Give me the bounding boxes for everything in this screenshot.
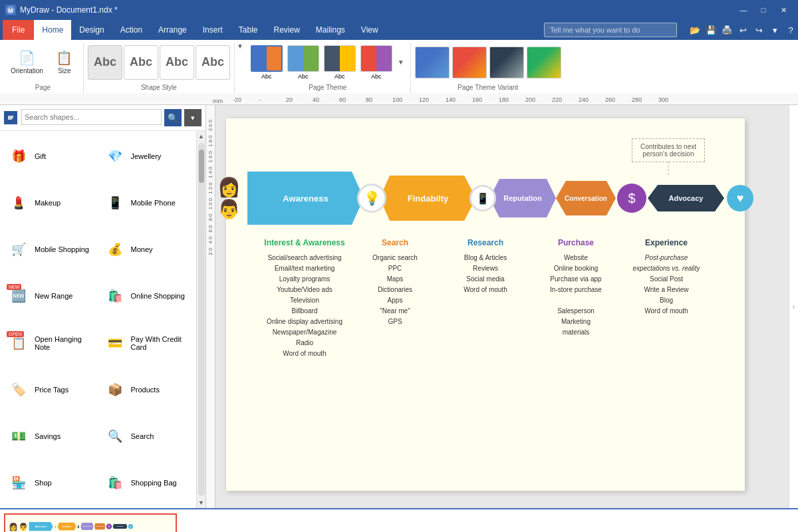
shape-icon-makeup: 💄 bbox=[8, 192, 29, 213]
ribbon-group-page: 📄 Orientation 📋 Size Page bbox=[3, 43, 84, 93]
shape-item-shopping-bag[interactable]: 🛍️ Shopping Bag bbox=[99, 460, 194, 505]
sidebar-search-area: 🔍 ▾ bbox=[0, 105, 205, 131]
shape-item-online-shopping[interactable]: 🛍️ Online Shopping bbox=[99, 273, 194, 319]
funnel-shapes: Awareness 💡 Findabilty 📱 Reputation bbox=[247, 172, 753, 225]
shape-item-shop[interactable]: 🏪 Shop bbox=[3, 460, 98, 505]
sidebar-search-button[interactable]: 🔍 bbox=[164, 109, 182, 126]
shape-label-mobile-shopping: Mobile Shopping bbox=[35, 245, 89, 253]
tab-arrange[interactable]: Arrange bbox=[150, 20, 195, 40]
shape-label-money: Money bbox=[131, 245, 153, 253]
shape-item-savings[interactable]: 💵 Savings bbox=[3, 414, 98, 459]
canvas: Contributes to next person's decision 👩 … bbox=[226, 118, 745, 491]
qat-redo-btn[interactable]: ↪ bbox=[751, 23, 766, 37]
ribbon-page-buttons: 📄 Orientation 📋 Size bbox=[7, 43, 79, 82]
scroll-thumb[interactable] bbox=[199, 150, 204, 183]
research-items: Blog & ArticlesReviewsSocial mediaWord o… bbox=[464, 253, 507, 295]
minimize-button[interactable]: — bbox=[734, 3, 753, 17]
shape-label-makeup: Makeup bbox=[35, 199, 61, 207]
shape-label-pay-with-credit-card: Pay With Credit Card bbox=[131, 335, 189, 351]
tab-view[interactable]: View bbox=[353, 20, 386, 40]
theme-button-1[interactable]: Abc bbox=[249, 44, 284, 81]
ribbon-expand-arrow[interactable]: ▼ bbox=[235, 43, 245, 93]
theme-button-2[interactable]: Abc bbox=[286, 44, 321, 81]
customer-icon-female: 👩 bbox=[217, 176, 241, 198]
sidebar-search-input[interactable] bbox=[21, 109, 162, 125]
sidebar-filter-button[interactable]: ▾ bbox=[184, 109, 201, 126]
shape-icon-search: 🔍 bbox=[104, 426, 126, 447]
purchase-title: Purchase bbox=[558, 238, 594, 247]
horizontal-ruler: mm -20 - 20 40 60 80 100 120 140 160 180… bbox=[0, 93, 798, 105]
shape-item-money[interactable]: 💰 Money bbox=[99, 227, 194, 272]
qat-print-btn[interactable]: 🖨️ bbox=[720, 23, 734, 37]
variant-4[interactable] bbox=[527, 47, 561, 78]
scroll-down-arrow[interactable]: ▼ bbox=[196, 497, 205, 508]
size-button[interactable]: 📋 Size bbox=[50, 47, 79, 77]
shape-style-buttons: Abc Abc Abc Abc bbox=[88, 43, 230, 82]
ruler-marks: -20 - 20 40 60 80 100 120 140 160 180 20… bbox=[233, 96, 685, 104]
ribbon-search-input[interactable] bbox=[544, 23, 677, 37]
qat-folder-btn[interactable]: 📂 bbox=[688, 23, 702, 37]
shape-icon-jewellery: 💎 bbox=[104, 146, 126, 167]
shape-item-gift[interactable]: 🎁 Gift bbox=[3, 134, 98, 179]
thumbnail-panel: 👩 👨 Awareness 💡 Findabilty 📱 Reputation … bbox=[0, 508, 798, 532]
experience-title: Experience bbox=[645, 238, 688, 247]
shape-item-jewellery[interactable]: 💎 Jewellery bbox=[99, 134, 194, 179]
theme-button-3[interactable]: Abc bbox=[323, 44, 357, 81]
qat-expand-btn[interactable]: ▾ bbox=[767, 23, 782, 37]
shape-style-2[interactable]: Abc bbox=[124, 45, 158, 80]
theme-button-4[interactable]: Abc bbox=[359, 44, 394, 81]
orientation-icon: 📄 bbox=[19, 50, 35, 66]
page-theme-buttons: Abc Abc Abc bbox=[249, 43, 406, 82]
tab-review[interactable]: Review bbox=[265, 20, 307, 40]
shape-icon-shop: 🏪 bbox=[8, 472, 29, 493]
shape-style-1[interactable]: Abc bbox=[88, 45, 122, 80]
svg-text:M: M bbox=[8, 7, 13, 14]
right-panel-toggle[interactable]: › bbox=[789, 105, 798, 508]
shape-item-products[interactable]: 📦 Products bbox=[99, 367, 194, 412]
shape-label-savings: Savings bbox=[35, 432, 61, 440]
theme-variant-buttons bbox=[415, 43, 561, 82]
shape-item-search[interactable]: 🔍 Search bbox=[99, 414, 194, 459]
maximize-button[interactable]: □ bbox=[754, 3, 773, 17]
qat-help-btn[interactable]: ? bbox=[783, 23, 798, 37]
variant-3[interactable] bbox=[489, 47, 524, 78]
window-title-area: M MyDraw - Document1.ndx * bbox=[5, 5, 118, 15]
close-button[interactable]: ✕ bbox=[774, 3, 793, 17]
shape-item-mobile-phone[interactable]: 📱 Mobile Phone bbox=[99, 180, 194, 225]
shape-item-mobile-shopping[interactable]: 🛒 Mobile Shopping bbox=[3, 227, 98, 272]
shape-style-3[interactable]: Abc bbox=[160, 45, 194, 80]
shape-item-open-hanging-note[interactable]: OPEN 📋 Open Hanging Note bbox=[3, 321, 98, 366]
theme-expand[interactable]: ▼ bbox=[396, 59, 406, 66]
variant-1[interactable] bbox=[415, 47, 450, 78]
customer-icons: 👩 👨 bbox=[217, 176, 241, 220]
segment-reputation-label: Reputation bbox=[503, 194, 541, 202]
segment-reputation: Reputation bbox=[489, 179, 556, 217]
tab-design[interactable]: Design bbox=[71, 20, 112, 40]
shape-item-makeup[interactable]: 💄 Makeup bbox=[3, 180, 98, 225]
tab-mailings[interactable]: Mailings bbox=[308, 20, 353, 40]
tab-insert[interactable]: Insert bbox=[195, 20, 231, 40]
qat-undo-btn[interactable]: ↩ bbox=[735, 23, 750, 37]
shape-item-price-tags[interactable]: 🏷️ Price Tags bbox=[3, 367, 98, 412]
tab-home[interactable]: Home bbox=[34, 20, 71, 40]
lightbulb-icon: 💡 bbox=[357, 184, 386, 213]
qat-save-btn[interactable]: 💾 bbox=[704, 23, 718, 37]
page-thumbnail[interactable]: 👩 👨 Awareness 💡 Findabilty 📱 Reputation … bbox=[4, 513, 177, 532]
shape-style-4[interactable]: Abc bbox=[196, 45, 230, 80]
theme-swatch-3 bbox=[324, 45, 356, 72]
shape-icon-mobile-shopping: 🛒 bbox=[8, 239, 29, 260]
shape-item-new-range[interactable]: NEW 🆕 New Range bbox=[3, 273, 98, 319]
thumbnail-content: 👩 👨 Awareness 💡 Findabilty 📱 Reputation … bbox=[0, 509, 798, 532]
tablet-icon: 📱 bbox=[469, 185, 496, 211]
tab-action[interactable]: Action bbox=[112, 20, 150, 40]
canvas-area[interactable]: 20 40 60 80 100 120 140 160 180 200 Cont… bbox=[206, 105, 789, 508]
dollar-icon: $ bbox=[617, 184, 646, 213]
tab-file[interactable]: File bbox=[3, 20, 34, 40]
tab-table[interactable]: Table bbox=[231, 20, 266, 40]
scroll-up-arrow[interactable]: ▲ bbox=[196, 131, 205, 142]
variant-2[interactable] bbox=[452, 47, 487, 78]
page-theme-label: Page Theme bbox=[309, 82, 346, 93]
shape-item-pay-with-credit-card[interactable]: 💳 Pay With Credit Card bbox=[99, 321, 194, 366]
orientation-button[interactable]: 📄 Orientation bbox=[7, 47, 47, 77]
shape-label-shop: Shop bbox=[35, 479, 52, 487]
